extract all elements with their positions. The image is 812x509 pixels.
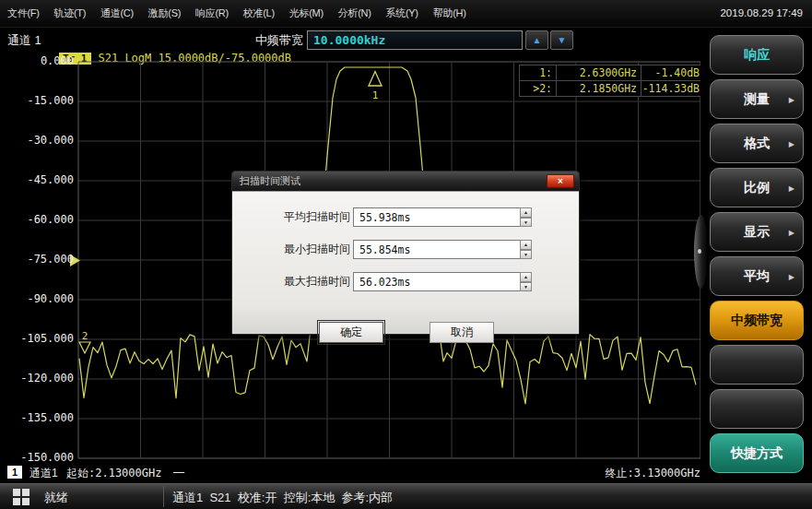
y-axis-label: -90.000: [0, 292, 74, 305]
y-axis-label: -105.000: [0, 332, 74, 345]
softkey-measure[interactable]: 测量▶: [710, 79, 804, 119]
menu-m[interactable]: 光标(M): [282, 6, 331, 20]
submenu-arrow-icon: ▶: [789, 272, 794, 280]
ifbw-label: 中频带宽: [255, 32, 303, 49]
menu-h[interactable]: 帮助(H): [426, 6, 474, 20]
marker-2-icon: [79, 342, 90, 353]
dialog-close-button[interactable]: ×: [547, 174, 574, 188]
marker-2-level: -114.33dB: [641, 81, 703, 96]
dialog-body: 平均扫描时间55.938ms▲▼最小扫描时间55.854ms▲▼最大扫描时间56…: [232, 191, 579, 334]
analyzer-screen: 文件(F)轨迹(T)通道(C)激励(S)响应(R)校准(L)光标(M)分析(N)…: [0, 0, 812, 509]
status-info: 通道1 S21 校准:开 控制:本地 参考:内部: [172, 490, 393, 506]
menu-bar: 文件(F)轨迹(T)通道(C)激励(S)响应(R)校准(L)光标(M)分析(N)…: [0, 0, 812, 28]
ifbw-decrease-button[interactable]: ▼: [550, 30, 573, 50]
max-sweep-time-spin-up-button[interactable]: ▲: [520, 272, 532, 282]
y-axis-label: -15.000: [0, 94, 74, 107]
datetime: 2019.08.29 17:49: [720, 7, 803, 18]
min-sweep-time-input[interactable]: 55.854ms: [353, 240, 520, 259]
marker-readout-table: 1:2.6300GHz-1.40dB>2:2.1850GHz-114.33dB: [519, 65, 702, 97]
softkey-shortcut[interactable]: 快捷方式: [710, 433, 804, 473]
svg-text:2: 2: [82, 330, 88, 342]
ready-status: 就绪: [44, 490, 68, 506]
y-axis-label: -75.000: [0, 253, 74, 266]
softkey-response[interactable]: 响应: [710, 35, 804, 75]
start-frequency: 起始:2.13000GHz: [66, 466, 161, 481]
up-arrow-icon: ▲: [533, 35, 542, 45]
min-sweep-time-spinbox: 55.854ms▲▼: [353, 240, 532, 259]
marker-1-id: 1:: [520, 65, 557, 81]
menu-f[interactable]: 文件(F): [0, 6, 47, 20]
softkey-average[interactable]: 平均▶: [710, 256, 804, 296]
panel-collapse-handle[interactable]: [694, 215, 708, 289]
menu-items: 文件(F)轨迹(T)通道(C)激励(S)响应(R)校准(L)光标(M)分析(N)…: [0, 6, 474, 20]
down-arrow-icon: ▼: [558, 35, 567, 45]
max-sweep-time-input[interactable]: 56.023ms: [353, 272, 520, 291]
y-axis-label: -120.000: [0, 372, 74, 385]
softkey-blank-1[interactable]: [710, 345, 804, 385]
marker-1-freq: 2.6300GHz: [557, 65, 641, 81]
menu-y[interactable]: 系统(Y): [379, 6, 426, 20]
max-sweep-time-label: 最大扫描时间: [260, 272, 350, 291]
softkey-blank-2[interactable]: [710, 389, 804, 429]
softkey-measure-label: 测量: [744, 91, 770, 108]
ok-button[interactable]: 确定: [319, 322, 383, 343]
stop-frequency: 终止:3.13000GHz: [606, 466, 700, 481]
avg-sweep-time-label: 平均扫描时间: [260, 207, 350, 227]
avg-sweep-time-spin-down-button[interactable]: ▼: [520, 218, 532, 228]
softkey-display-label: 显示: [744, 224, 770, 241]
marker-1-level: -1.40dB: [641, 65, 703, 81]
max-sweep-time-row: 最大扫描时间56.023ms▲▼: [232, 272, 579, 291]
min-sweep-time-spin-down-button[interactable]: ▼: [520, 250, 532, 260]
dialog-title[interactable]: 扫描时间测试: [232, 172, 579, 191]
softkey-scale-label: 比例: [744, 180, 770, 196]
ifbw-input[interactable]: 10.0000kHz: [307, 30, 523, 50]
footer-channel-label: 通道1: [29, 466, 58, 481]
softkey-if-bandwidth[interactable]: 中频带宽: [710, 301, 804, 340]
softkey-response-label: 响应: [744, 47, 770, 64]
submenu-arrow-icon: ▶: [789, 95, 794, 103]
marker-2-id: >2:: [520, 81, 557, 96]
avg-sweep-time-spinbox: 55.938ms▲▼: [353, 207, 532, 227]
menu-t[interactable]: 轨迹(T): [47, 6, 94, 20]
avg-sweep-time-spin-up-button[interactable]: ▲: [520, 207, 532, 218]
sweep-range-row: 1 通道1 起始:2.13000GHz — 终止:3.13000GHz: [7, 465, 700, 481]
menu-s[interactable]: 激励(S): [141, 6, 188, 20]
y-axis-label: -45.000: [0, 173, 74, 186]
cancel-button[interactable]: 取消: [430, 322, 494, 343]
softkey-scale[interactable]: 比例▶: [710, 168, 804, 207]
handle-dot: [698, 249, 701, 254]
y-axis-label: 0.000: [0, 54, 74, 67]
sweep-time-dialog: 扫描时间测试 × 平均扫描时间55.938ms▲▼最小扫描时间55.854ms▲…: [231, 171, 580, 335]
min-sweep-time-spin-up-button[interactable]: ▲: [520, 240, 532, 250]
min-sweep-time-label: 最小扫描时间: [260, 240, 350, 259]
menu-c[interactable]: 通道(C): [93, 6, 141, 20]
channel-number-badge[interactable]: 1: [7, 466, 22, 479]
submenu-arrow-icon: ▶: [789, 183, 794, 192]
svg-text:1: 1: [372, 89, 379, 101]
y-axis-label: -30.000: [0, 134, 74, 147]
min-sweep-time-row: 最小扫描时间55.854ms▲▼: [232, 240, 579, 259]
menu-r[interactable]: 响应(R): [188, 6, 236, 20]
avg-sweep-time-row: 平均扫描时间55.938ms▲▼: [232, 207, 579, 227]
grid-icon[interactable]: [13, 489, 29, 505]
y-axis-label: -150.000: [0, 451, 74, 464]
softkey-display[interactable]: 显示▶: [710, 212, 804, 252]
softkey-format[interactable]: 格式▶: [710, 124, 804, 163]
channel-label: 通道 1: [7, 32, 41, 49]
status-bar: 就绪 通道1 S21 校准:开 控制:本地 参考:内部: [0, 483, 812, 509]
max-sweep-time-spinbox: 56.023ms▲▼: [353, 272, 532, 291]
max-sweep-time-spin-down-button[interactable]: ▼: [520, 282, 532, 292]
y-axis-label: -135.000: [0, 411, 74, 424]
menu-l[interactable]: 校准(L): [236, 6, 282, 20]
softkey-format-label: 格式: [744, 136, 770, 152]
ifbw-increase-button[interactable]: ▲: [525, 30, 548, 50]
softkey-if-bandwidth-label: 中频带宽: [731, 313, 783, 329]
max-sweep-time-spinner: ▲▼: [520, 272, 532, 291]
sweep-dash: —: [173, 466, 184, 479]
menu-n[interactable]: 分析(N): [331, 6, 379, 20]
avg-sweep-time-spinner: ▲▼: [520, 207, 532, 227]
marker-1-icon: [369, 72, 382, 87]
avg-sweep-time-input[interactable]: 55.938ms: [353, 207, 520, 227]
softkey-shortcut-label: 快捷方式: [731, 445, 783, 462]
marker-2-freq: 2.1850GHz: [557, 81, 641, 96]
